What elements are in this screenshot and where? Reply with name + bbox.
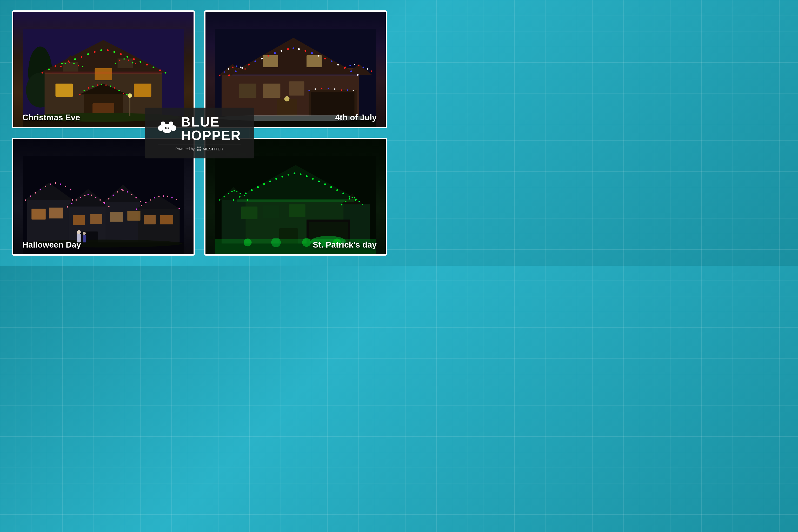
svg-rect-271 bbox=[200, 149, 201, 151]
logo-row: BLUE HOPPER bbox=[158, 115, 241, 142]
main-container: Christmas Eve bbox=[7, 6, 392, 260]
svg-point-257 bbox=[302, 238, 311, 247]
svg-point-38 bbox=[65, 63, 66, 64]
svg-rect-140 bbox=[127, 211, 140, 221]
svg-point-155 bbox=[70, 189, 71, 190]
svg-point-231 bbox=[324, 184, 326, 185]
svg-point-98 bbox=[331, 60, 332, 62]
svg-point-101 bbox=[350, 70, 352, 72]
svg-point-177 bbox=[140, 201, 141, 202]
svg-point-180 bbox=[145, 202, 147, 203]
svg-rect-270 bbox=[197, 149, 198, 151]
svg-point-237 bbox=[219, 199, 221, 201]
svg-point-43 bbox=[115, 63, 116, 64]
svg-point-230 bbox=[318, 180, 320, 182]
svg-point-22 bbox=[74, 58, 76, 60]
svg-point-53 bbox=[97, 84, 98, 86]
svg-point-107 bbox=[236, 65, 238, 67]
svg-point-149 bbox=[40, 189, 41, 190]
logo-text: BLUE HOPPER bbox=[181, 115, 241, 142]
svg-rect-76 bbox=[263, 83, 280, 98]
svg-point-235 bbox=[348, 196, 350, 197]
svg-rect-141 bbox=[144, 215, 156, 224]
svg-point-255 bbox=[244, 239, 251, 246]
svg-point-50 bbox=[84, 90, 85, 91]
svg-point-173 bbox=[122, 189, 124, 191]
svg-point-27 bbox=[107, 49, 109, 51]
meshtek-logo: MESHTEK bbox=[197, 147, 223, 151]
svg-point-46 bbox=[128, 59, 129, 61]
svg-point-226 bbox=[293, 172, 296, 174]
svg-point-171 bbox=[117, 191, 118, 192]
svg-rect-138 bbox=[90, 214, 102, 224]
svg-point-238 bbox=[223, 196, 225, 197]
svg-point-93 bbox=[298, 48, 300, 50]
svg-rect-61 bbox=[129, 97, 130, 116]
svg-point-249 bbox=[352, 197, 353, 198]
svg-point-79 bbox=[284, 96, 289, 101]
svg-point-243 bbox=[240, 193, 241, 194]
svg-point-33 bbox=[146, 64, 148, 65]
svg-point-154 bbox=[65, 186, 66, 187]
svg-point-29 bbox=[120, 53, 122, 55]
svg-point-17 bbox=[41, 72, 43, 74]
svg-point-45 bbox=[124, 58, 125, 59]
svg-point-261 bbox=[170, 125, 176, 131]
svg-point-267 bbox=[168, 127, 169, 128]
svg-point-44 bbox=[119, 59, 120, 61]
svg-point-47 bbox=[132, 62, 134, 63]
blue-hopper-icon bbox=[158, 121, 176, 136]
svg-point-124 bbox=[353, 90, 354, 91]
svg-point-148 bbox=[35, 192, 36, 193]
svg-point-159 bbox=[76, 199, 77, 201]
svg-point-233 bbox=[336, 189, 338, 191]
svg-point-168 bbox=[103, 202, 105, 203]
svg-point-108 bbox=[240, 66, 241, 68]
svg-point-118 bbox=[315, 88, 316, 90]
svg-point-244 bbox=[244, 195, 245, 196]
svg-point-227 bbox=[300, 173, 302, 175]
svg-point-146 bbox=[25, 199, 26, 201]
svg-point-252 bbox=[359, 201, 360, 202]
svg-point-83 bbox=[235, 70, 236, 72]
svg-point-92 bbox=[292, 47, 294, 49]
svg-rect-139 bbox=[110, 212, 123, 222]
svg-point-184 bbox=[163, 195, 164, 197]
label-halloween: Halloween Day bbox=[22, 240, 81, 250]
svg-point-251 bbox=[356, 198, 357, 200]
svg-point-223 bbox=[276, 178, 277, 180]
label-christmas: Christmas Eve bbox=[22, 113, 80, 122]
svg-point-23 bbox=[81, 56, 82, 58]
svg-point-114 bbox=[362, 66, 364, 68]
svg-point-32 bbox=[139, 61, 141, 63]
svg-point-246 bbox=[341, 204, 342, 205]
svg-point-40 bbox=[73, 63, 75, 64]
svg-point-158 bbox=[71, 202, 73, 204]
svg-point-95 bbox=[311, 52, 313, 54]
svg-point-185 bbox=[167, 196, 168, 197]
svg-rect-75 bbox=[239, 83, 256, 98]
svg-point-56 bbox=[110, 86, 111, 87]
svg-point-28 bbox=[114, 51, 115, 53]
svg-point-34 bbox=[153, 66, 155, 68]
svg-point-169 bbox=[108, 198, 109, 200]
svg-rect-268 bbox=[197, 147, 198, 148]
svg-point-179 bbox=[141, 205, 142, 206]
svg-point-103 bbox=[219, 75, 221, 76]
meshtek-text: MESHTEK bbox=[203, 147, 223, 151]
svg-rect-209 bbox=[263, 205, 279, 218]
svg-point-85 bbox=[248, 64, 250, 65]
svg-point-113 bbox=[358, 65, 360, 66]
svg-rect-13 bbox=[95, 68, 112, 80]
svg-point-121 bbox=[334, 88, 335, 90]
svg-point-181 bbox=[150, 199, 151, 201]
svg-point-109 bbox=[244, 68, 246, 70]
svg-point-30 bbox=[127, 56, 128, 58]
svg-point-182 bbox=[154, 197, 155, 198]
svg-point-96 bbox=[318, 55, 320, 57]
svg-point-225 bbox=[288, 174, 289, 176]
svg-point-160 bbox=[80, 197, 81, 198]
svg-point-163 bbox=[91, 194, 92, 196]
svg-rect-137 bbox=[73, 215, 85, 225]
logo-blue-word: BLUE bbox=[181, 115, 241, 129]
